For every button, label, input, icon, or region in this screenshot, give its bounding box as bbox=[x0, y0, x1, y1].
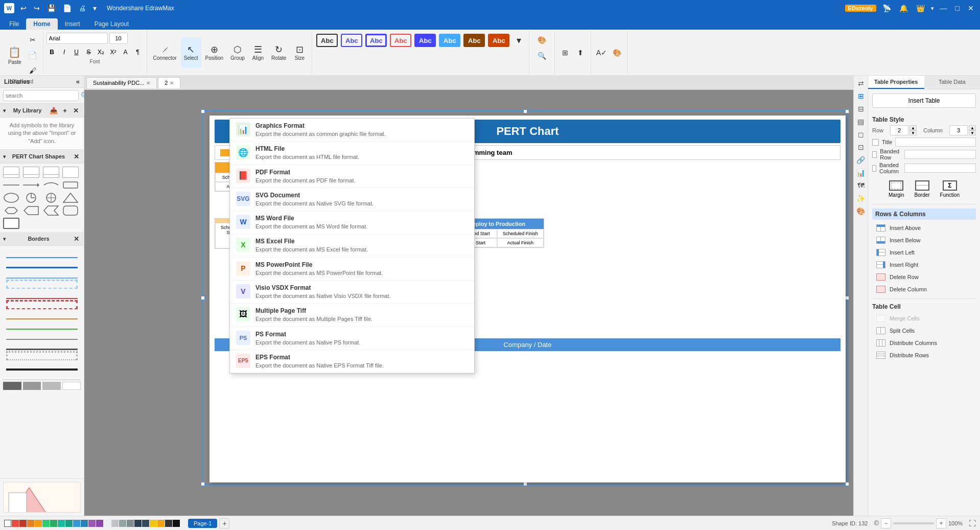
color-dark-blue[interactable] bbox=[81, 520, 88, 527]
color-amber[interactable] bbox=[157, 520, 165, 527]
color-slate[interactable] bbox=[127, 520, 134, 527]
distribute-cols-btn[interactable]: Distribute Columns bbox=[872, 337, 976, 349]
pert-shape-5[interactable] bbox=[3, 179, 19, 191]
pert-shape-4[interactable] bbox=[62, 167, 79, 178]
color-blue[interactable] bbox=[73, 520, 80, 527]
color-green[interactable] bbox=[42, 520, 50, 527]
sidebar-collapse-btn[interactable]: « bbox=[76, 78, 80, 85]
pert-shape-15[interactable] bbox=[43, 205, 59, 216]
border-style-btn[interactable]: Border bbox=[911, 178, 934, 200]
canvas-content[interactable]: PERT Chart Design team Programming team bbox=[84, 90, 853, 516]
export-ps[interactable]: PS PS Format Export the document as Nati… bbox=[230, 327, 474, 350]
delete-col-btn[interactable]: Delete Column bbox=[872, 283, 976, 295]
tab-table-properties[interactable]: Table Properties bbox=[868, 76, 924, 89]
style-abc-7[interactable]: Abc bbox=[463, 34, 485, 47]
borders-close-btn[interactable]: ✕ bbox=[72, 234, 81, 243]
color-purple[interactable] bbox=[88, 520, 96, 527]
rotate-btn[interactable]: ↻ Rotate bbox=[268, 37, 289, 68]
style-abc-2[interactable]: Abc bbox=[341, 34, 362, 47]
bell-icon[interactable]: 🔔 bbox=[897, 3, 910, 13]
settings-btn[interactable]: ▾ bbox=[91, 3, 99, 13]
minimize-btn[interactable]: — bbox=[938, 3, 949, 13]
export-svg[interactable]: SVG SVG Document Export the document as … bbox=[230, 188, 474, 211]
export-excel[interactable]: X MS Excel File Export the document as M… bbox=[230, 234, 474, 257]
pert-shape-3[interactable] bbox=[43, 167, 59, 178]
title-input[interactable] bbox=[895, 137, 976, 147]
export-word[interactable]: W MS Word File Export the document as MS… bbox=[230, 211, 474, 234]
tab-home[interactable]: Home bbox=[26, 18, 57, 30]
print-btn[interactable]: 🖨 bbox=[77, 3, 88, 13]
col-down-btn[interactable]: ▼ bbox=[969, 130, 976, 135]
export-graphics[interactable]: 📊 Graphics Format Export the document as… bbox=[230, 119, 474, 142]
undo-btn[interactable]: ↩ bbox=[18, 3, 29, 13]
handle-br[interactable] bbox=[845, 482, 849, 486]
handle-b[interactable] bbox=[523, 482, 527, 486]
insert-above-btn[interactable]: Insert Above bbox=[872, 222, 976, 234]
border-item-12[interactable] bbox=[6, 361, 78, 371]
border-item-1[interactable] bbox=[6, 249, 78, 258]
more-styles-btn[interactable]: ▾ bbox=[511, 33, 526, 48]
cut-btn[interactable]: ✂ bbox=[26, 33, 40, 47]
border-item-2[interactable] bbox=[6, 259, 78, 268]
superscript-btn[interactable]: X² bbox=[108, 47, 119, 58]
canvas-tab-2-close[interactable]: ✕ bbox=[170, 80, 174, 86]
border-item-11[interactable] bbox=[6, 351, 78, 360]
zoom-in-btn[interactable]: + bbox=[936, 518, 946, 528]
search-input[interactable] bbox=[3, 90, 79, 101]
export-btn[interactable]: ⬆ bbox=[573, 45, 588, 60]
border-light[interactable] bbox=[42, 382, 61, 390]
pert-shape-11[interactable] bbox=[43, 192, 59, 203]
border-item-3[interactable] bbox=[6, 269, 78, 279]
color-dark-blue-2[interactable] bbox=[142, 520, 149, 527]
line-color-btn[interactable]: 🎨 bbox=[535, 33, 549, 47]
handle-bl[interactable] bbox=[201, 482, 205, 486]
underline-btn[interactable]: U bbox=[71, 47, 82, 58]
function-btn[interactable]: Σ Function bbox=[936, 178, 964, 200]
canvas-tab-1-close[interactable]: ✕ bbox=[146, 80, 150, 86]
my-library-close-btn[interactable]: ✕ bbox=[72, 106, 81, 115]
color-dark-teal[interactable] bbox=[65, 520, 73, 527]
font-size-input[interactable] bbox=[109, 33, 128, 44]
group-btn[interactable]: ⬡ Group bbox=[227, 37, 248, 68]
pert-shape-14[interactable] bbox=[23, 205, 39, 216]
zoom-slider[interactable] bbox=[893, 522, 934, 524]
color-red[interactable] bbox=[12, 520, 19, 527]
theme-btn[interactable]: 🎨 bbox=[610, 45, 624, 60]
side-magic-btn[interactable]: ✨ bbox=[855, 193, 867, 204]
color-picker-btn[interactable] bbox=[4, 520, 11, 527]
pert-shape-8[interactable] bbox=[62, 179, 79, 191]
border-item-6[interactable] bbox=[6, 300, 78, 309]
side-arrow-btn[interactable]: ⇄ bbox=[855, 78, 867, 89]
fullscreen-btn[interactable]: ⛶ bbox=[969, 519, 976, 527]
insert-below-btn[interactable]: Insert Below bbox=[872, 234, 976, 246]
export-tiff[interactable]: 🖼 Multiple Page Tiff Export the document… bbox=[230, 304, 474, 327]
tab-insert[interactable]: Insert bbox=[58, 18, 87, 30]
row-up-btn[interactable]: ▲ bbox=[909, 125, 917, 130]
handle-tl[interactable] bbox=[201, 109, 205, 113]
canvas-tab-2[interactable]: 2 ✕ bbox=[158, 77, 180, 88]
redo-btn[interactable]: ↪ bbox=[32, 3, 42, 13]
color-teal[interactable] bbox=[58, 520, 65, 527]
pert-shape-2[interactable] bbox=[23, 167, 39, 178]
banded-col-input[interactable] bbox=[904, 164, 976, 173]
color-dark-purple[interactable] bbox=[96, 520, 103, 527]
distribute-rows-btn[interactable]: Distribute Rows bbox=[872, 349, 976, 361]
export-pdf[interactable]: 📕 PDF Format Export the document as PDF … bbox=[230, 165, 474, 188]
style-abc-5[interactable]: Abc bbox=[414, 34, 436, 47]
pert-shape-16[interactable] bbox=[62, 205, 79, 216]
color-orange[interactable] bbox=[27, 520, 34, 527]
title-checkbox[interactable] bbox=[872, 139, 879, 146]
border-item-5[interactable] bbox=[6, 290, 78, 299]
banded-col-checkbox[interactable] bbox=[872, 165, 876, 172]
border-none[interactable] bbox=[62, 382, 81, 390]
style-abc-1[interactable]: Abc bbox=[316, 34, 338, 47]
border-dark[interactable] bbox=[3, 382, 21, 390]
handle-r[interactable] bbox=[845, 296, 849, 300]
pert-shape-13[interactable] bbox=[3, 205, 19, 216]
side-panel-btn[interactable]: ▤ bbox=[855, 116, 867, 127]
connector-btn[interactable]: ⟋ Connector bbox=[150, 37, 180, 68]
export-visio[interactable]: V Visio VSDX Format Export the document … bbox=[230, 281, 474, 304]
color-black[interactable] bbox=[173, 520, 180, 527]
borders-header[interactable]: ▾ Borders ✕ bbox=[0, 232, 84, 246]
italic-btn[interactable]: I bbox=[59, 47, 70, 58]
